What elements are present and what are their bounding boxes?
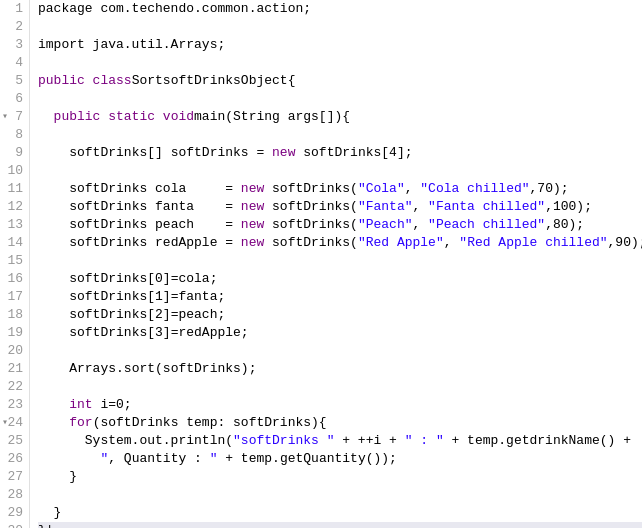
line-number-16: 16 bbox=[0, 270, 29, 288]
code-line-5: public class SortsoftDrinksObject{ bbox=[38, 72, 642, 90]
line-number-28: 28 bbox=[0, 486, 29, 504]
line-number-2: 2 bbox=[0, 18, 29, 36]
line-number-20: 20 bbox=[0, 342, 29, 360]
code-line-30: }| bbox=[38, 522, 642, 528]
code-line-15 bbox=[38, 252, 642, 270]
line-number-30: 30 bbox=[0, 522, 29, 528]
line-number-29: 29 bbox=[0, 504, 29, 522]
code-line-26: ", Quantity : " + temp.getQuantity()); bbox=[38, 450, 642, 468]
line-number-14: 14 bbox=[0, 234, 29, 252]
code-line-18: softDrinks[2]=peach; bbox=[38, 306, 642, 324]
code-line-22 bbox=[38, 378, 642, 396]
line-number-24: 24 bbox=[0, 414, 29, 432]
line-number-23: 23 bbox=[0, 396, 29, 414]
code-line-12: softDrinks fanta = new softDrinks("Fanta… bbox=[38, 198, 642, 216]
line-number-8: 8 bbox=[0, 126, 29, 144]
code-line-8 bbox=[38, 126, 642, 144]
line-number-10: 10 bbox=[0, 162, 29, 180]
code-line-16: softDrinks[0]=cola; bbox=[38, 270, 642, 288]
code-line-1: package com.techendo.common.action; bbox=[38, 0, 642, 18]
code-line-23: int i=0; bbox=[38, 396, 642, 414]
code-line-2 bbox=[38, 18, 642, 36]
code-area: 1234567891011121314151617181920212223242… bbox=[0, 0, 642, 528]
line-number-3: 3 bbox=[0, 36, 29, 54]
code-line-17: softDrinks[1]=fanta; bbox=[38, 288, 642, 306]
line-number-7: 7 bbox=[0, 108, 29, 126]
code-line-25: System.out.println("softDrinks " + ++i +… bbox=[38, 432, 642, 450]
code-content[interactable]: package com.techendo.common.action; impo… bbox=[30, 0, 642, 528]
line-number-18: 18 bbox=[0, 306, 29, 324]
line-number-9: 9 bbox=[0, 144, 29, 162]
code-line-6 bbox=[38, 90, 642, 108]
code-line-28 bbox=[38, 486, 642, 504]
code-line-4 bbox=[38, 54, 642, 72]
code-line-13: softDrinks peach = new softDrinks("Peach… bbox=[38, 216, 642, 234]
line-number-22: 22 bbox=[0, 378, 29, 396]
line-number-27: 27 bbox=[0, 468, 29, 486]
code-line-24: for(softDrinks temp: softDrinks){ bbox=[38, 414, 642, 432]
code-editor: 1234567891011121314151617181920212223242… bbox=[0, 0, 642, 528]
code-line-14: softDrinks redApple = new softDrinks("Re… bbox=[38, 234, 642, 252]
code-line-7: public static void main(String args[]){ bbox=[38, 108, 642, 126]
line-number-26: 26 bbox=[0, 450, 29, 468]
line-number-25: 25 bbox=[0, 432, 29, 450]
code-line-29: } bbox=[38, 504, 642, 522]
line-number-21: 21 bbox=[0, 360, 29, 378]
code-line-10 bbox=[38, 162, 642, 180]
line-number-13: 13 bbox=[0, 216, 29, 234]
code-line-3: import java.util.Arrays; bbox=[38, 36, 642, 54]
line-number-12: 12 bbox=[0, 198, 29, 216]
code-line-11: softDrinks cola = new softDrinks("Cola",… bbox=[38, 180, 642, 198]
code-line-19: softDrinks[3]=redApple; bbox=[38, 324, 642, 342]
line-number-4: 4 bbox=[0, 54, 29, 72]
line-number-11: 11 bbox=[0, 180, 29, 198]
line-number-17: 17 bbox=[0, 288, 29, 306]
code-line-21: Arrays.sort(softDrinks); bbox=[38, 360, 642, 378]
line-numbers: 1234567891011121314151617181920212223242… bbox=[0, 0, 30, 528]
line-number-15: 15 bbox=[0, 252, 29, 270]
line-number-5: 5 bbox=[0, 72, 29, 90]
line-number-1: 1 bbox=[0, 0, 29, 18]
code-line-27: } bbox=[38, 468, 642, 486]
line-number-6: 6 bbox=[0, 90, 29, 108]
line-number-19: 19 bbox=[0, 324, 29, 342]
code-line-9: softDrinks[] softDrinks = new softDrinks… bbox=[38, 144, 642, 162]
code-line-20 bbox=[38, 342, 642, 360]
